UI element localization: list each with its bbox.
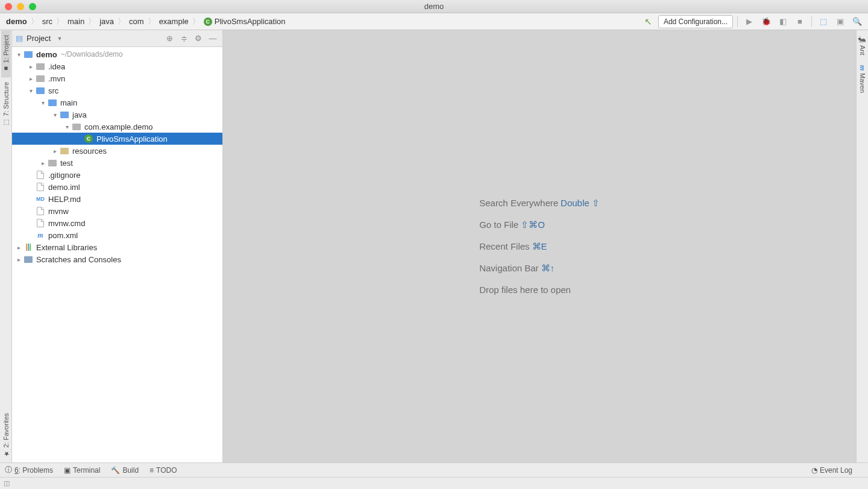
hint-navigation-bar: Navigation Bar⌘↑	[479, 263, 600, 274]
expand-icon[interactable]: ▸	[14, 256, 23, 263]
breadcrumb-item[interactable]: com	[127, 17, 146, 26]
status-bar: ◫	[0, 477, 868, 489]
problems-tab[interactable]: ⓘ 6: Problems	[5, 465, 53, 475]
breadcrumb-item[interactable]: java	[97, 17, 116, 26]
layout-icon[interactable]: ▣	[833, 15, 848, 28]
project-tool-window: ▤ Project ▼ ⊕ ≑ ⚙ — ▾ demo ~/Downloads/d…	[12, 30, 223, 462]
minimize-window-button[interactable]	[17, 3, 24, 10]
tree-row[interactable]: ▸ External Libraries	[12, 241, 222, 253]
main: ■1: Project ⬚7: Structure ★2: Favorites …	[0, 30, 868, 462]
navigation-bar: demo 〉 src 〉 main 〉 java 〉 com 〉 example…	[0, 13, 868, 30]
expand-icon[interactable]: ▾	[51, 112, 59, 118]
run-configuration-select[interactable]: Add Configuration...	[658, 15, 733, 28]
breadcrumb-label: PlivoSmsApplication	[215, 17, 286, 26]
breadcrumb-item[interactable]: C PlivoSmsApplication	[201, 17, 288, 26]
expand-all-icon[interactable]: ≑	[178, 33, 190, 45]
todo-icon: ≡	[149, 466, 154, 475]
expand-icon[interactable]: ▾	[27, 87, 35, 94]
toolbar-right: ↖ Add Configuration... ▶ 🐞 ◧ ■ ⬚ ▣ 🔍	[641, 15, 864, 28]
hint-drop-files: Drop files here to open	[479, 285, 600, 295]
select-opened-icon[interactable]: ⊕	[163, 33, 175, 45]
search-icon[interactable]: 🔍	[850, 15, 864, 28]
ant-tab[interactable]: 🐜Ant	[857, 30, 867, 60]
maximize-window-button[interactable]	[29, 3, 36, 10]
build-tab[interactable]: 🔨Build	[111, 466, 139, 475]
tree-row[interactable]: mvnw.cmd	[12, 217, 222, 229]
toolbar-separator	[811, 16, 812, 27]
window-title: demo	[424, 2, 444, 11]
todo-tab[interactable]: ≡TODO	[149, 466, 177, 475]
tree-row[interactable]: ▸ .idea	[12, 60, 222, 72]
breadcrumb-item[interactable]: demo	[4, 17, 30, 26]
structure-tab[interactable]: ⬚7: Structure	[1, 77, 11, 131]
breadcrumb-separator: 〉	[87, 16, 97, 27]
tree-row-root[interactable]: ▾ demo ~/Downloads/demo	[12, 48, 222, 60]
hammer-icon: 🔨	[111, 466, 120, 475]
libraries-icon	[23, 244, 34, 251]
file-icon	[35, 207, 46, 215]
tree-label: .mvn	[48, 74, 65, 83]
maven-tab[interactable]: mMaven	[857, 60, 868, 98]
tree-row[interactable]: m pom.xml	[12, 229, 222, 241]
tool-window-title[interactable]: ▤ Project ▼	[16, 34, 62, 43]
expand-icon[interactable]: ▾	[63, 124, 71, 130]
git-icon[interactable]: ⬚	[816, 15, 831, 28]
tree-label: resources	[72, 147, 107, 156]
tree-label: PlivoSmsApplication	[96, 134, 168, 144]
expand-icon[interactable]: ▾	[14, 51, 23, 58]
tree-row[interactable]: ▸ .mvn	[12, 72, 222, 84]
stop-icon[interactable]: ■	[793, 15, 807, 28]
tree-row[interactable]: ▸ resources	[12, 145, 222, 157]
hint-search-everywhere: Search EverywhereDouble ⇧	[479, 198, 600, 209]
project-tree[interactable]: ▾ demo ~/Downloads/demo ▸ .idea ▸ .mvn ▾…	[12, 47, 222, 462]
breadcrumb-item[interactable]: src	[40, 17, 55, 26]
breadcrumb-item[interactable]: main	[65, 17, 87, 26]
tree-row[interactable]: ▾ com.example.demo	[12, 121, 222, 133]
expand-icon[interactable]: ▸	[27, 75, 35, 82]
tree-label: mvnw.cmd	[48, 219, 85, 228]
expand-icon[interactable]: ▸	[51, 148, 59, 154]
bottom-toolbar: ⓘ 6: Problems ▣Terminal 🔨Build ≡TODO ◔Ev…	[0, 462, 868, 477]
maven-file-icon: m	[35, 231, 46, 240]
tree-row[interactable]: ▾ main	[12, 96, 222, 109]
build-icon[interactable]: ↖	[641, 16, 656, 27]
tree-row[interactable]: ▸ Scratches and Consoles	[12, 253, 222, 265]
breadcrumb-separator: 〉	[116, 16, 127, 27]
terminal-tab[interactable]: ▣Terminal	[64, 466, 100, 475]
tree-label: .gitignore	[48, 171, 80, 180]
close-window-button[interactable]	[5, 3, 12, 10]
tree-row[interactable]: ▸ test	[12, 157, 222, 169]
favorites-tab[interactable]: ★2: Favorites	[1, 408, 11, 462]
tree-row[interactable]: mvnw	[12, 205, 222, 217]
run-icon[interactable]: ▶	[742, 15, 756, 28]
eventlog-icon: ◔	[811, 466, 817, 475]
resources-icon	[59, 148, 70, 154]
expand-icon[interactable]: ▸	[14, 244, 23, 251]
toggle-toolwindows-icon[interactable]: ◫	[4, 479, 10, 487]
tree-row[interactable]: MD HELP.md	[12, 193, 222, 205]
tree-label: .idea	[48, 62, 65, 71]
project-tab[interactable]: ■1: Project	[1, 30, 11, 77]
empty-hints: Search EverywhereDouble ⇧ Go to File⇧⌘O …	[479, 198, 600, 295]
tree-row[interactable]: ▾ src	[12, 84, 222, 96]
coverage-icon[interactable]: ◧	[776, 15, 790, 28]
breadcrumb-item[interactable]: example	[157, 17, 191, 26]
tree-row[interactable]: .gitignore	[12, 169, 222, 181]
expand-icon[interactable]: ▸	[39, 160, 47, 166]
window-controls	[5, 3, 36, 10]
terminal-icon: ▣	[64, 466, 71, 475]
expand-icon[interactable]: ▸	[27, 63, 35, 70]
tree-label: External Libraries	[36, 243, 97, 252]
class-icon: C	[83, 134, 94, 143]
editor-empty-area[interactable]: Search EverywhereDouble ⇧ Go to File⇧⌘O …	[223, 30, 856, 462]
tree-row-selected[interactable]: C PlivoSmsApplication	[12, 133, 222, 145]
expand-icon[interactable]: ▾	[39, 99, 47, 106]
event-log-tab[interactable]: ◔Event Log	[811, 466, 852, 475]
debug-icon[interactable]: 🐞	[759, 15, 773, 28]
tree-row[interactable]: demo.iml	[12, 181, 222, 193]
settings-icon[interactable]: ⚙	[192, 33, 204, 45]
hide-icon[interactable]: —	[207, 33, 219, 45]
tree-row[interactable]: ▾ java	[12, 109, 222, 121]
tree-path: ~/Downloads/demo	[61, 50, 123, 58]
tree-label: mvnw	[48, 207, 69, 216]
